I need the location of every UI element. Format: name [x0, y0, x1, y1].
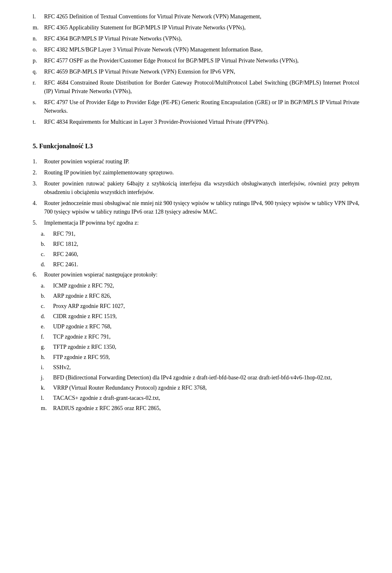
lettered-list: l. RFC 4265 Definition of Textual Conven…: [33, 12, 359, 126]
numbered-content: Routing IP powinien być zaimplementowany…: [44, 168, 359, 177]
numbered-item-4: 4. Router jednocześnie musi obsługiwać n…: [33, 199, 359, 216]
sub-content: UDP zgodnie z RFC 768,: [53, 322, 359, 331]
sub-list-item: c. Proxy ARP zgodnie RFC 1027,: [33, 302, 359, 310]
sub-content: ARP zgodnie z RFC 826,: [53, 292, 359, 300]
sub-list-item: b. RFC 1812,: [33, 240, 359, 248]
sub-list-item: d. CIDR zgodnie z RFC 1519,: [33, 312, 359, 321]
sub-list-item: c. RFC 2460,: [33, 250, 359, 259]
sub-label: f.: [33, 332, 53, 341]
sub-list-item: b. ARP zgodnie z RFC 826,: [33, 292, 359, 300]
sub-content: CIDR zgodnie z RFC 1519,: [53, 312, 359, 321]
sub-list-item: k. VRRP (Virtual Router Redundancy Proto…: [33, 383, 359, 392]
sub-list-item: h. FTP zgodnie z RFC 959,: [33, 353, 359, 361]
list-label: r.: [33, 78, 44, 96]
sub-list-item: a. RFC 791,: [33, 230, 359, 238]
sub-list-item: d. RFC 2461.: [33, 260, 359, 269]
list-label: t.: [33, 118, 44, 126]
sub-label: c.: [33, 250, 53, 259]
list-content: RFC 4382 MPLS/BGP Layer 3 Virtual Privat…: [44, 45, 359, 54]
sub-list-item: l. TACACS+ zgodnie z draft-grant-tacacs-…: [33, 394, 359, 402]
list-content: RFC 4834 Requirements for Multicast in L…: [44, 118, 359, 126]
numbered-label: 2.: [33, 168, 44, 177]
list-item: t. RFC 4834 Requirements for Multicast i…: [33, 118, 359, 126]
sub-content: RFC 2461.: [53, 260, 359, 269]
sub-content: RFC 2460,: [53, 250, 359, 259]
list-content: RFC 4684 Constrained Route Distribution …: [44, 78, 359, 96]
list-label: n.: [33, 34, 44, 43]
sub-list-item: g. TFTP zgodnie z RFC 1350,: [33, 343, 359, 351]
sub-list-item: f. TCP zgodnie z RFC 791,: [33, 332, 359, 341]
sub-content: RADIUS zgodnie z RFC 2865 oraz RFC 2865,: [53, 404, 359, 412]
list-content: RFC 4797 Use of Provider Edge to Provide…: [44, 98, 359, 115]
sub-list-5: a. RFC 791, b. RFC 1812, c. RFC 2460, d.…: [33, 230, 359, 269]
sub-list-item: m. RADIUS zgodnie z RFC 2865 oraz RFC 28…: [33, 404, 359, 412]
section-heading: 5. Funkcjonalność L3: [33, 143, 359, 150]
sub-content: BFD (Bidirectional Forwarding Detection)…: [53, 373, 359, 382]
numbered-content: Router powinien wspierać routing IP.: [44, 157, 359, 166]
list-label: m.: [33, 23, 44, 32]
sub-content: FTP zgodnie z RFC 959,: [53, 353, 359, 361]
sub-label: b.: [33, 240, 53, 248]
numbered-label: 5.: [33, 218, 44, 227]
sub-label: e.: [33, 322, 53, 331]
list-content: RFC 4659 BGP-MPLS IP Virtual Private Net…: [44, 67, 359, 76]
numbered-content: Implementacja IP powinna być zgodna z:: [44, 218, 359, 227]
numbered-item-5: 5. Implementacja IP powinna być zgodna z…: [33, 218, 359, 227]
list-item: p. RFC 4577 OSPF as the Provider/Custome…: [33, 56, 359, 65]
list-content: RFC 4364 BGP/MPLS IP Virtual Private Net…: [44, 34, 359, 43]
sub-label: c.: [33, 302, 53, 310]
list-item: m. RFC 4365 Applicability Statement for …: [33, 23, 359, 32]
sub-label: d.: [33, 260, 53, 269]
list-label: o.: [33, 45, 44, 54]
sub-content: Proxy ARP zgodnie RFC 1027,: [53, 302, 359, 310]
numbered-item-1: 1. Router powinien wspierać routing IP.: [33, 157, 359, 166]
list-item: n. RFC 4364 BGP/MPLS IP Virtual Private …: [33, 34, 359, 43]
sub-label: g.: [33, 343, 53, 351]
list-label: s.: [33, 98, 44, 115]
list-item: l. RFC 4265 Definition of Textual Conven…: [33, 12, 359, 21]
list-label: p.: [33, 56, 44, 65]
list-item: r. RFC 4684 Constrained Route Distributi…: [33, 78, 359, 96]
numbered-item-3: 3. Router powinien rutować pakiety 64baj…: [33, 179, 359, 196]
sub-label: b.: [33, 292, 53, 300]
sub-label: i.: [33, 363, 53, 372]
numbered-item-2: 2. Routing IP powinien być zaimplementow…: [33, 168, 359, 177]
list-item: q. RFC 4659 BGP-MPLS IP Virtual Private …: [33, 67, 359, 76]
sub-content: VRRP (Virtual Router Redundancy Protocol…: [53, 383, 359, 392]
sub-list-item: a. ICMP zgodnie z RFC 792,: [33, 281, 359, 290]
numbered-content: Router powinien rutować pakiety 64bajty …: [44, 179, 359, 196]
numbered-label: 4.: [33, 199, 44, 216]
list-label: q.: [33, 67, 44, 76]
numbered-item-6: 6. Router powinien wspierać następujące …: [33, 270, 359, 279]
list-label: l.: [33, 12, 44, 21]
list-item: o. RFC 4382 MPLS/BGP Layer 3 Virtual Pri…: [33, 45, 359, 54]
sub-list-item: j. BFD (Bidirectional Forwarding Detecti…: [33, 373, 359, 382]
sub-content: TACACS+ zgodnie z draft-grant-tacacs-02.…: [53, 394, 359, 402]
sub-content: TCP zgodnie z RFC 791,: [53, 332, 359, 341]
sub-content: RFC 791,: [53, 230, 359, 238]
numbered-label: 3.: [33, 179, 44, 196]
sub-label: l.: [33, 394, 53, 402]
sub-label: a.: [33, 281, 53, 290]
list-content: RFC 4577 OSPF as the Provider/Customer E…: [44, 56, 359, 65]
sub-label: a.: [33, 230, 53, 238]
numbered-label: 6.: [33, 270, 44, 279]
content-wrapper: l. RFC 4265 Definition of Textual Conven…: [33, 12, 359, 412]
numbered-label: 1.: [33, 157, 44, 166]
sub-label: k.: [33, 383, 53, 392]
sub-content: SSHv2,: [53, 363, 359, 372]
sub-content: RFC 1812,: [53, 240, 359, 248]
list-content: RFC 4265 Definition of Textual Conventio…: [44, 12, 359, 21]
sub-list-item: e. UDP zgodnie z RFC 768,: [33, 322, 359, 331]
numbered-list: 1. Router powinien wspierać routing IP. …: [33, 157, 359, 412]
numbered-content: Router powinien wspierać następujące pro…: [44, 270, 359, 279]
sub-label: d.: [33, 312, 53, 321]
sub-label: j.: [33, 373, 53, 382]
numbered-content: Router jednocześnie musi obsługiwać nie …: [44, 199, 359, 216]
sub-label: m.: [33, 404, 53, 412]
sub-list-6: a. ICMP zgodnie z RFC 792, b. ARP zgodni…: [33, 281, 359, 412]
sub-list-item: i. SSHv2,: [33, 363, 359, 372]
list-item: s. RFC 4797 Use of Provider Edge to Prov…: [33, 98, 359, 115]
list-content: RFC 4365 Applicability Statement for BGP…: [44, 23, 359, 32]
sub-content: TFTP zgodnie z RFC 1350,: [53, 343, 359, 351]
